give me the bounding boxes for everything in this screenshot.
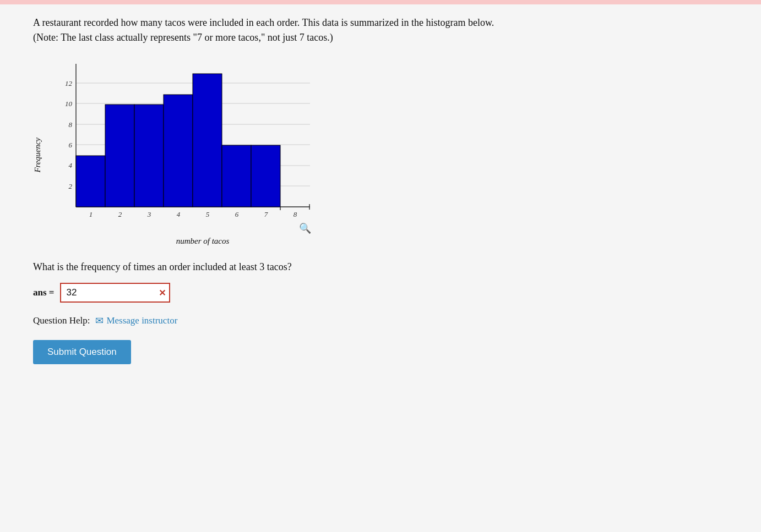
- mail-icon: ✉: [95, 315, 104, 327]
- svg-text:6: 6: [69, 141, 73, 149]
- svg-text:6: 6: [235, 210, 239, 218]
- svg-text:4: 4: [69, 161, 73, 169]
- answer-input[interactable]: [60, 283, 170, 303]
- ans-input-wrapper: ✕: [60, 283, 170, 303]
- svg-text:12: 12: [65, 79, 73, 87]
- message-instructor-text: Message instructor: [106, 315, 177, 326]
- answer-row: ans = ✕: [33, 283, 728, 303]
- bar-5: [193, 74, 222, 207]
- question-help-label: Question Help:: [33, 315, 90, 326]
- bar-1: [76, 156, 105, 207]
- top-bar: [0, 0, 761, 4]
- svg-text:2: 2: [118, 210, 122, 218]
- clear-answer-button[interactable]: ✕: [159, 288, 166, 298]
- bar-7: [251, 145, 280, 207]
- chart-area: Frequency 2: [33, 58, 728, 246]
- svg-text:8: 8: [69, 120, 73, 129]
- svg-text:3: 3: [147, 210, 151, 218]
- message-instructor-link[interactable]: ✉ Message instructor: [95, 315, 177, 327]
- bar-2: [105, 105, 134, 207]
- ans-label: ans =: [33, 287, 55, 298]
- x-axis-label: number of tacos: [73, 237, 332, 246]
- svg-text:10: 10: [65, 100, 73, 108]
- bar-3: [134, 105, 164, 207]
- sub-question: What is the frequency of times an order …: [33, 261, 418, 273]
- histogram-chart: 2 4 6 8 10 12: [46, 58, 332, 234]
- y-axis-label: Frequency: [33, 138, 42, 173]
- svg-text:8: 8: [293, 210, 297, 218]
- bar-6: [222, 145, 251, 207]
- svg-text:7: 7: [264, 210, 268, 218]
- svg-text:2: 2: [69, 182, 73, 190]
- submit-question-button[interactable]: Submit Question: [33, 340, 131, 364]
- svg-text:1: 1: [89, 210, 93, 218]
- chart-wrapper: 2 4 6 8 10 12: [46, 58, 332, 246]
- question-text: A restaurant recorded how many tacos wer…: [33, 15, 507, 45]
- svg-text:5: 5: [206, 210, 210, 218]
- search-icon: 🔍: [299, 222, 312, 234]
- bar-4: [164, 95, 193, 207]
- question-help-row: Question Help: ✉ Message instructor: [33, 315, 728, 327]
- svg-text:4: 4: [177, 210, 181, 218]
